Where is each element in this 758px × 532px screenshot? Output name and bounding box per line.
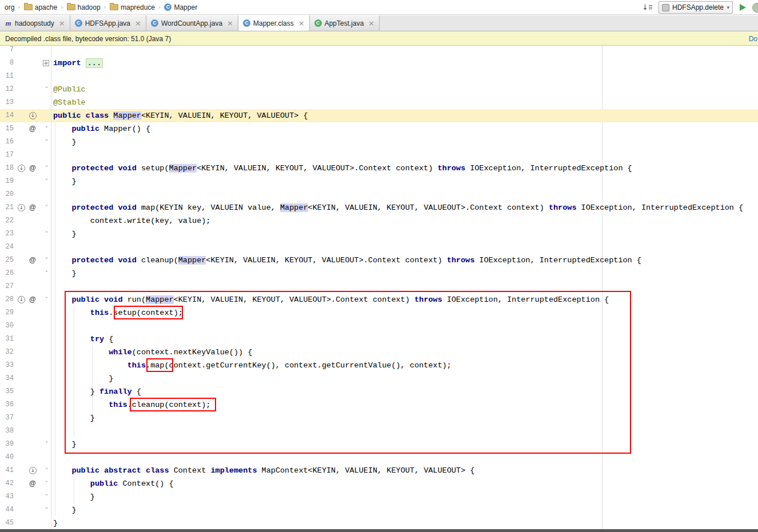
- code-line[interactable]: [51, 241, 53, 254]
- code-line[interactable]: }: [51, 135, 77, 149]
- fold-icon[interactable]: ˄: [43, 135, 50, 149]
- close-icon[interactable]: ×: [59, 19, 65, 27]
- code-line[interactable]: [51, 451, 53, 464]
- code-line[interactable]: public abstract class Context implements…: [51, 464, 474, 477]
- code-line[interactable]: @Public: [51, 83, 86, 96]
- maven-module-icon: m: [5, 19, 12, 27]
- highlighted-identifier: Mapper: [146, 295, 174, 304]
- code-text: protected void: [71, 256, 136, 265]
- code-text: [53, 348, 109, 357]
- code-line[interactable]: [51, 319, 53, 333]
- code-line[interactable]: try {: [51, 333, 113, 346]
- code-row: 15@˅ public Mapper() {: [0, 122, 758, 135]
- code-line[interactable]: }: [51, 503, 77, 517]
- code-line[interactable]: }: [51, 517, 58, 530]
- breadcrumb-item-mapper[interactable]: CMapper: [163, 3, 198, 11]
- banner-message: Decompiled .class file, bytecode version…: [5, 35, 171, 43]
- code-line[interactable]: [51, 280, 53, 293]
- banner-action-link[interactable]: Do: [749, 35, 757, 43]
- code-line[interactable]: [51, 188, 53, 201]
- annotation-gutter-icon[interactable]: @: [29, 256, 36, 264]
- fold-icon[interactable]: ˄: [43, 227, 50, 241]
- close-icon[interactable]: ×: [227, 19, 233, 27]
- code-line[interactable]: }: [51, 411, 95, 425]
- tab-hadoopstudy[interactable]: mhadoopstudy×: [0, 15, 70, 31]
- code-text: public abstract class: [71, 466, 169, 475]
- fold-icon[interactable]: ˅: [43, 162, 50, 175]
- annotation-gutter-icon[interactable]: @: [29, 479, 36, 487]
- code-line[interactable]: protected void setup(Mapper<KEYIN, VALUE…: [51, 162, 632, 175]
- fold-icon[interactable]: ˅: [43, 477, 50, 490]
- overridden-marker-icon[interactable]: ↓: [29, 112, 37, 119]
- breadcrumb-item-hadoop[interactable]: hadoop: [66, 3, 102, 11]
- annotation-gutter-icon[interactable]: @: [29, 203, 36, 211]
- breadcrumb-item-org[interactable]: org: [3, 3, 15, 11]
- code-line[interactable]: [51, 70, 53, 83]
- overridden-marker-icon[interactable]: ↓: [18, 165, 25, 172]
- overridden-marker-icon[interactable]: ↓: [29, 467, 37, 474]
- code-line[interactable]: [51, 46, 53, 57]
- code-line[interactable]: }: [51, 175, 77, 188]
- breadcrumb-item-mapreduce[interactable]: mapreduce: [109, 3, 156, 11]
- fold-icon[interactable]: ˄: [43, 267, 50, 280]
- code-line[interactable]: }: [51, 227, 77, 241]
- fold-icon[interactable]: ˅: [43, 122, 50, 135]
- code-line[interactable]: }: [51, 438, 77, 451]
- expand-icon[interactable]: +: [43, 60, 49, 66]
- tab-label: HDFSApp.java: [85, 19, 130, 27]
- code-line[interactable]: @Stable: [51, 96, 86, 109]
- fold-icon[interactable]: ˄: [43, 490, 50, 503]
- annotation-gutter-icon[interactable]: @: [29, 164, 36, 172]
- tab-hdfsapp-java[interactable]: CHDFSApp.java×: [70, 15, 146, 31]
- code-line[interactable]: public class Mapper<KEYIN, VALUEIN, KEYO…: [51, 109, 308, 122]
- code-line[interactable]: import ...: [51, 57, 103, 70]
- code-row: 13@Stable: [0, 96, 758, 109]
- overridden-marker-icon[interactable]: ↓: [18, 296, 25, 303]
- toolbar-partial-icon[interactable]: [752, 3, 758, 13]
- code-line[interactable]: context.write(key, value);: [51, 214, 210, 227]
- fold-icon[interactable]: ˅: [43, 293, 50, 306]
- decompiler-banner: Decompiled .class file, bytecode version…: [0, 32, 758, 46]
- fold-icon[interactable]: ˄: [43, 438, 50, 451]
- code-line[interactable]: }: [51, 267, 77, 280]
- annotation-gutter-icon[interactable]: @: [29, 295, 36, 303]
- code-line[interactable]: this.cleanup(context);: [51, 398, 210, 411]
- fold-icon[interactable]: ˄: [43, 503, 50, 517]
- close-icon[interactable]: ×: [298, 19, 305, 27]
- fold-icon[interactable]: ˄: [43, 175, 50, 188]
- code-text: map(KEYIN key, VALUEIN value,: [137, 203, 280, 212]
- annotation-gutter-icon[interactable]: @: [29, 125, 36, 133]
- tab-apptest-java[interactable]: CAppTest.java×: [310, 15, 380, 31]
- close-icon[interactable]: ×: [135, 19, 141, 27]
- code-line[interactable]: [51, 149, 53, 162]
- tab-mapper-class[interactable]: CMapper.class×: [238, 15, 310, 31]
- close-icon[interactable]: ×: [368, 19, 374, 27]
- code-editor[interactable]: 78+import ...1112˅@Public13@Stable14↓pub…: [0, 46, 758, 532]
- code-text: @Stable: [53, 98, 86, 107]
- fold-icon[interactable]: ˅: [43, 464, 50, 477]
- fold-icon[interactable]: ˅: [43, 201, 50, 214]
- fold-icon[interactable]: ˅: [43, 83, 50, 96]
- code-line[interactable]: this.setup(context);: [51, 306, 183, 319]
- code-line[interactable]: while(context.nextKeyValue()) {: [51, 346, 252, 359]
- run-button[interactable]: [738, 3, 747, 12]
- overridden-marker-icon[interactable]: ↓: [18, 204, 25, 211]
- breadcrumb-item-apache[interactable]: apache: [23, 3, 58, 11]
- code-text: Context: [169, 466, 211, 475]
- code-line[interactable]: protected void cleanup(Mapper<KEYIN, VAL…: [51, 254, 641, 267]
- down-arrow-icon[interactable]: ↓: [642, 3, 653, 12]
- tab-wordcountapp-java[interactable]: CWordCountApp.java×: [146, 15, 238, 31]
- code-line[interactable]: }: [51, 490, 95, 503]
- run-config-select[interactable]: HDFSApp.delete ▾: [659, 1, 733, 14]
- code-text: IOException, InterruptedException {: [442, 295, 609, 304]
- code-text: throws: [414, 295, 442, 304]
- code-line[interactable]: protected void map(KEYIN key, VALUEIN va…: [51, 201, 743, 214]
- code-line[interactable]: }: [51, 372, 113, 385]
- code-line[interactable]: public Mapper() {: [51, 122, 150, 135]
- code-line[interactable]: [51, 425, 53, 438]
- code-line[interactable]: public Context() {: [51, 477, 174, 490]
- code-line[interactable]: } finally {: [51, 385, 141, 398]
- fold-icon[interactable]: ˅: [43, 254, 50, 267]
- code-line[interactable]: this.map(context.getCurrentKey(), contex…: [51, 359, 452, 372]
- code-line[interactable]: public void run(Mapper<KEYIN, VALUEIN, K…: [51, 293, 609, 306]
